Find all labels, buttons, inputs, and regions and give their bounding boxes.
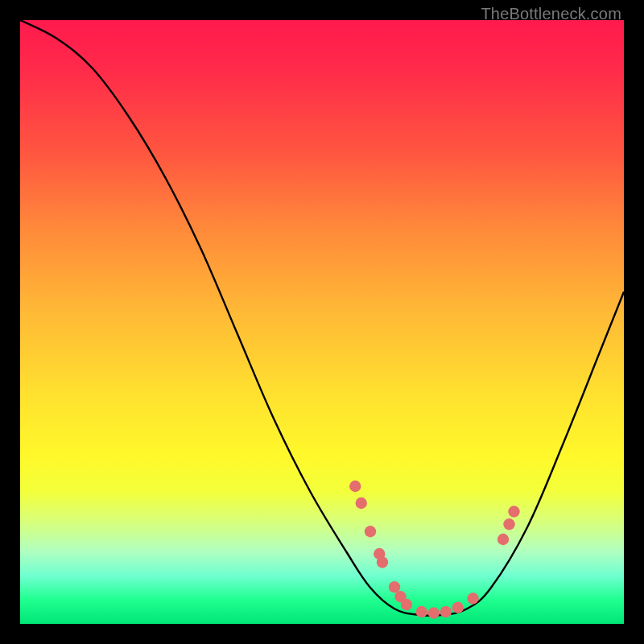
data-dot bbox=[497, 534, 509, 545]
data-dot bbox=[428, 607, 440, 618]
data-dot bbox=[401, 599, 412, 610]
data-dot bbox=[356, 497, 367, 509]
data-dot bbox=[452, 602, 464, 613]
data-dots bbox=[349, 481, 520, 619]
data-dot bbox=[503, 518, 514, 530]
data-dot bbox=[440, 606, 452, 617]
data-dot bbox=[365, 526, 376, 537]
chart-stage: TheBottleneck.com bbox=[0, 0, 644, 644]
data-dot bbox=[467, 592, 478, 604]
data-dot bbox=[416, 606, 427, 617]
data-dot bbox=[389, 581, 400, 592]
data-dot bbox=[377, 556, 388, 568]
data-dot bbox=[349, 481, 361, 492]
chart-svg bbox=[20, 20, 624, 624]
data-dot bbox=[508, 506, 519, 517]
plot-area bbox=[20, 20, 624, 624]
bottleneck-curve bbox=[20, 20, 624, 616]
